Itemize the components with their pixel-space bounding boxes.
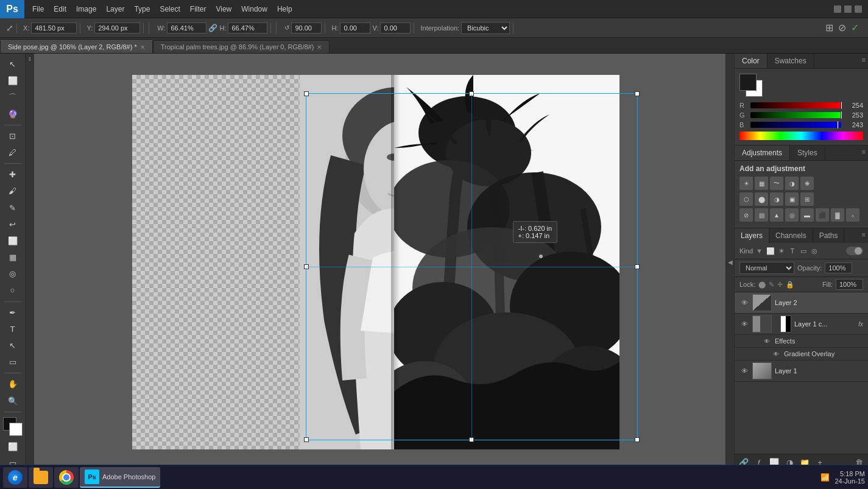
menu-view[interactable]: View (211, 2, 236, 16)
opacity-input[interactable] (825, 262, 852, 273)
brightness-adj-icon[interactable]: ☀ (739, 177, 753, 190)
foreground-swatch[interactable] (739, 74, 757, 91)
lock-all-icon[interactable]: 🔒 (786, 281, 794, 289)
warp-icon[interactable]: ⊞ (825, 22, 833, 33)
menu-type[interactable]: Type (129, 2, 155, 16)
history-brush[interactable]: ↩ (4, 217, 22, 232)
minimize-button[interactable] (834, 5, 841, 13)
pixel-filter-icon[interactable]: ⬜ (766, 246, 775, 256)
shape-filter-icon[interactable]: ▭ (799, 246, 808, 256)
smart-filter-icon[interactable]: ◎ (810, 246, 819, 256)
pen-tool[interactable]: ✒ (4, 305, 22, 320)
v-input[interactable] (380, 23, 411, 33)
crop-tool[interactable]: ⊡ (4, 128, 22, 144)
styles-tab[interactable]: Styles (790, 146, 825, 160)
g-slider[interactable] (750, 112, 841, 118)
r-slider[interactable] (750, 102, 841, 108)
marquee-tool[interactable]: ⬜ (4, 73, 22, 88)
color-panel-menu[interactable]: ≡ (859, 54, 868, 68)
menu-edit[interactable]: Edit (49, 2, 71, 16)
adj-panel-menu[interactable]: ≡ (859, 146, 868, 160)
taskbar-chrome[interactable] (54, 467, 79, 488)
adjustment-filter-icon[interactable]: ☀ (777, 246, 786, 256)
layer-row-layer1[interactable]: 👁 Layer 1 (735, 361, 868, 382)
threshold-adj-icon[interactable]: ▲ (770, 208, 783, 222)
g-slider-thumb[interactable] (841, 111, 842, 119)
hand-tool[interactable]: ✋ (4, 376, 22, 392)
restore-button[interactable] (844, 5, 852, 13)
h-input[interactable] (228, 23, 267, 33)
y-input[interactable] (94, 23, 140, 33)
eyedropper-tool[interactable]: 🖊 (4, 145, 22, 160)
close-button[interactable] (855, 5, 862, 13)
paths-tab[interactable]: Paths (813, 228, 845, 243)
gradientfill-adj-icon[interactable]: ▓ (831, 208, 844, 222)
x-input[interactable] (31, 23, 77, 33)
lock-position-icon[interactable]: ✛ (777, 281, 783, 289)
text-tool[interactable]: T (4, 322, 22, 337)
layers-tab[interactable]: Layers (735, 228, 769, 243)
effects-visibility[interactable]: 👁 (762, 336, 772, 346)
blur-tool[interactable]: ◎ (4, 266, 22, 281)
filter-toggle[interactable] (846, 247, 863, 255)
b-slider[interactable] (750, 122, 841, 128)
transform-handle-br[interactable] (635, 437, 640, 442)
taskbar-photoshop[interactable]: Ps Adobe Photoshop (80, 467, 160, 488)
vibrance-adj-icon[interactable]: ❋ (800, 177, 814, 190)
rotation-input[interactable] (291, 23, 322, 33)
menu-file[interactable]: File (27, 2, 49, 16)
eraser-tool[interactable]: ⬜ (4, 233, 22, 248)
menu-select[interactable]: Select (155, 2, 185, 16)
curves-adj-icon[interactable]: 〜 (770, 177, 783, 190)
quick-mask-tool[interactable]: ⬜ (4, 439, 22, 454)
clone-tool[interactable]: ✎ (4, 200, 22, 215)
fill-input[interactable] (836, 279, 863, 290)
transform-handle-mr[interactable] (635, 264, 640, 269)
type-filter-icon[interactable]: T (788, 246, 797, 256)
menu-layer[interactable]: Layer (101, 2, 129, 16)
posterize-adj-icon[interactable]: ▤ (755, 208, 768, 222)
path-select-tool[interactable]: ↖ (4, 338, 22, 353)
bw-adj-icon[interactable]: ◑ (770, 192, 783, 206)
menu-image[interactable]: Image (71, 2, 101, 16)
fg-bg-swatches[interactable] (739, 74, 763, 97)
channelmix-adj-icon[interactable]: ⊞ (800, 192, 814, 206)
gradient-overlay-visibility[interactable]: 👁 (771, 349, 781, 359)
tab-side-pose[interactable]: Side pose.jpg @ 106% (Layer 2, RGB/8#) *… (0, 40, 153, 53)
transform-handle-tr[interactable] (635, 91, 640, 96)
layer2-visibility[interactable]: 👁 (739, 298, 749, 308)
tab-tropical-close[interactable]: ✕ (317, 44, 322, 51)
dodge-tool[interactable]: ○ (4, 283, 22, 298)
r-slider-thumb[interactable] (841, 101, 842, 110)
layer1c-visibility[interactable]: 👁 (739, 319, 749, 329)
channels-tab[interactable]: Channels (769, 228, 813, 243)
invert-adj-icon[interactable]: ⊘ (739, 208, 753, 222)
gradient-tool[interactable]: ▦ (4, 250, 22, 265)
lasso-tool[interactable]: ⌒ (4, 90, 22, 105)
gradientmap-adj-icon[interactable]: ▬ (800, 208, 814, 222)
shape-tool[interactable]: ▭ (4, 354, 22, 370)
photofilter-adj-icon[interactable]: ▣ (785, 192, 799, 206)
confirm-transform-icon[interactable]: ✓ (851, 22, 859, 33)
layer1-visibility[interactable]: 👁 (739, 366, 749, 376)
interp-select[interactable]: Bicubic Bilinear Nearest (461, 22, 510, 34)
background-color[interactable] (9, 423, 23, 436)
h2-input[interactable] (340, 23, 370, 33)
taskbar-explorer[interactable] (29, 467, 53, 488)
panel-collapse-button[interactable]: ◀ (725, 54, 734, 471)
tab-swatches[interactable]: Swatches (767, 54, 814, 68)
layers-panel-menu[interactable]: ≡ (859, 228, 868, 243)
patternfill-adj-icon[interactable]: ⬦ (846, 208, 859, 222)
layer-row-layer1c[interactable]: 👁 Layer 1 c... fx (735, 314, 868, 335)
tab-color[interactable]: Color (735, 54, 767, 68)
blend-mode-select[interactable]: Normal Dissolve Multiply Screen (739, 262, 794, 274)
move-tool[interactable]: ↖ (4, 57, 22, 72)
levels-adj-icon[interactable]: ▦ (755, 177, 768, 190)
tab-side-pose-close[interactable]: ✕ (140, 44, 145, 51)
b-slider-thumb[interactable] (837, 121, 839, 129)
menu-window[interactable]: Window (236, 2, 272, 16)
quick-select-tool[interactable]: 🔮 (4, 107, 22, 122)
cancel-transform-icon[interactable]: ⊘ (838, 22, 846, 33)
lock-transparent-icon[interactable]: ⬤ (758, 281, 766, 289)
color-swatches[interactable] (3, 417, 23, 436)
